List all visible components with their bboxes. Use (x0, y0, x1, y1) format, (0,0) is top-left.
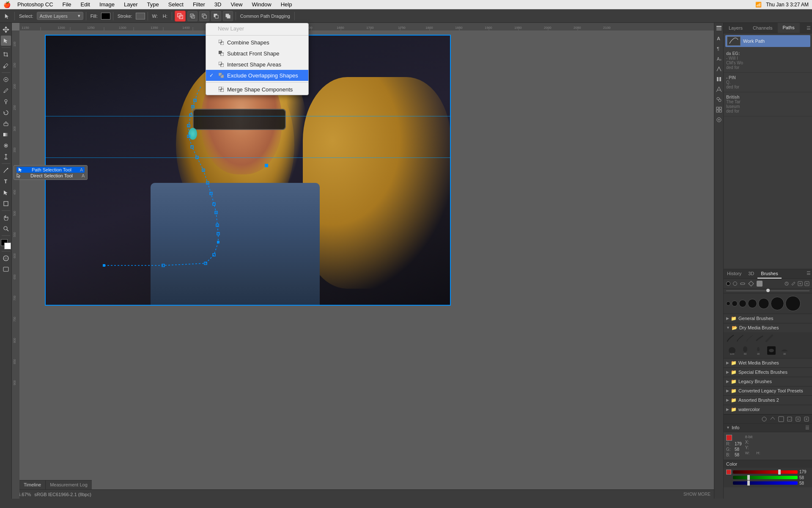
menu-layer[interactable]: Layer (122, 1, 140, 8)
active-layers-dropdown[interactable]: Active Layers ▾ (37, 12, 83, 20)
converted-legacy-header[interactable]: ▶ 📁 Converted Legacy Tool Presets (724, 387, 812, 395)
brush-preset-6[interactable] (771, 297, 784, 310)
exclude-overlapping-item[interactable]: Exclude Overlapping Shapes (206, 70, 308, 81)
brush-bottom-icon-1[interactable] (761, 416, 767, 422)
combine-shapes-item[interactable]: Combine Shapes (206, 37, 308, 48)
merge-components-item[interactable]: Merge Shape Components (206, 84, 308, 95)
blur-tool[interactable] (1, 141, 11, 151)
subtract-front-item[interactable]: Subtract Front Shape (206, 48, 308, 59)
color-panel-header[interactable]: Color (724, 460, 812, 468)
dry-brush-5[interactable] (765, 334, 774, 342)
text-tool[interactable]: T (1, 177, 11, 187)
color-swatch-2[interactable] (726, 469, 731, 475)
general-brushes-header[interactable]: ▶ 📁 General Brushes (724, 314, 812, 323)
dry-brush-selected[interactable] (765, 345, 777, 356)
brush-preset-5[interactable] (758, 298, 769, 309)
color-b-handle[interactable] (747, 480, 750, 486)
dry-brush-3[interactable] (746, 334, 754, 342)
color-g-slider[interactable] (733, 476, 798, 479)
shape-tool[interactable] (1, 199, 11, 209)
panel-icon-7[interactable] (715, 86, 723, 93)
paths-tab[interactable]: Paths (778, 23, 800, 33)
color-r-handle[interactable] (778, 469, 781, 475)
pen-tool[interactable] (1, 166, 11, 176)
menu-select[interactable]: Select (167, 1, 185, 8)
panel-icon-4[interactable]: Aₐ (715, 55, 723, 63)
path-op-button[interactable] (175, 11, 186, 22)
legacy-brushes-header[interactable]: ▶ 📁 Legacy Brushes (724, 377, 812, 386)
hand-tool[interactable] (1, 213, 11, 223)
scroll-content[interactable]: Path Selection Tool A Direct Selection T… (19, 30, 714, 489)
fill-color-box[interactable] (101, 13, 110, 19)
brush-bottom-icon-3[interactable] (778, 416, 784, 422)
channels-tab[interactable]: Channels (748, 23, 777, 33)
brush-preset-4[interactable] (748, 299, 757, 308)
menu-help[interactable]: Help (279, 1, 294, 8)
menu-window[interactable]: Window (250, 1, 273, 8)
brush-add-icon[interactable] (798, 281, 803, 286)
brush-preset-2[interactable] (732, 301, 738, 306)
panel-icon-3[interactable]: ¶ (715, 45, 723, 52)
dry-brush-30b[interactable]: 30 (779, 345, 790, 356)
brush-bottom-icon-2[interactable] (770, 416, 776, 422)
3d-tab[interactable]: 3D (745, 269, 757, 279)
brush-bottom-icon-5[interactable] (795, 416, 801, 422)
eraser-tool[interactable] (1, 119, 11, 129)
brush-rect-icon[interactable] (757, 281, 763, 287)
stroke-box[interactable] (136, 13, 145, 19)
panel-icon-9[interactable] (715, 106, 723, 113)
path-op-4[interactable] (211, 11, 221, 21)
wet-media-header[interactable]: ▶ 📁 Wet Media Brushes (724, 359, 812, 367)
brush-preset-3[interactable] (739, 300, 746, 307)
brush-delete-icon[interactable] (804, 281, 809, 286)
layers-tab[interactable]: Layers (724, 23, 748, 33)
hard-circle-brush[interactable] (726, 282, 730, 286)
crop-tool[interactable] (1, 50, 11, 60)
panel-icon-6[interactable] (715, 75, 723, 83)
brushes-menu-icon[interactable]: ☰ (805, 269, 812, 279)
brush-angle-icon[interactable] (740, 281, 746, 287)
eyedropper-tool[interactable] (1, 61, 11, 71)
brush-tool[interactable] (1, 86, 11, 96)
dry-brush-60[interactable]: 60 (739, 345, 751, 356)
gradient-tool[interactable] (1, 130, 11, 140)
history-brush-tool[interactable] (1, 108, 11, 118)
panel-icon-1[interactable] (715, 25, 723, 32)
quick-mask-tool[interactable] (1, 253, 11, 263)
history-tab[interactable]: History (724, 269, 745, 279)
panel-icon-10[interactable] (715, 116, 723, 124)
menu-file[interactable]: File (61, 1, 73, 8)
brush-size-handle[interactable] (766, 289, 770, 292)
assorted-brushes-header[interactable]: ▶ 📁 Assorted Brushes 2 (724, 396, 812, 405)
dry-brush-100[interactable]: 100 (726, 345, 738, 356)
info-panel-header[interactable]: ▼ Info ☰ (724, 424, 812, 432)
brush-edit-icon[interactable] (791, 281, 796, 286)
path-op-2[interactable] (187, 11, 198, 21)
dodge-tool[interactable] (1, 152, 11, 162)
panel-icon-8[interactable] (715, 96, 723, 103)
healing-brush-tool[interactable] (1, 75, 11, 85)
direct-selection-row[interactable]: Direct Selection Tool A (19, 173, 85, 178)
menu-photoshop[interactable]: Photoshop CC (16, 1, 55, 8)
new-layer-item[interactable]: New Layer (206, 23, 308, 34)
zoom-tool[interactable] (1, 224, 11, 234)
clone-stamp-tool[interactable] (1, 97, 11, 107)
brush-preset-7[interactable] (785, 296, 801, 311)
brush-size-slider[interactable] (726, 290, 809, 291)
color-b-slider[interactable] (733, 481, 798, 485)
path-op-3[interactable] (199, 11, 209, 21)
path-op-5[interactable] (223, 11, 233, 21)
dry-brush-30[interactable]: 30 (752, 345, 764, 356)
brush-bottom-icon-delete[interactable] (804, 416, 809, 422)
brush-bottom-icon-4[interactable] (787, 416, 793, 422)
path-selection-tool[interactable] (1, 36, 11, 46)
color-r-slider[interactable] (733, 470, 798, 474)
dry-brush-4[interactable] (755, 334, 764, 342)
show-more[interactable]: SHOW MORE (683, 492, 710, 497)
brush-roundness-icon[interactable] (748, 281, 754, 287)
dry-media-header[interactable]: ▼ 📂 Dry Media Brushes (724, 323, 812, 332)
menu-view[interactable]: View (229, 1, 244, 8)
path-selection-tool-2[interactable] (1, 188, 11, 198)
menu-filter[interactable]: Filter (191, 1, 207, 8)
fg-bg-colors[interactable] (1, 239, 11, 249)
